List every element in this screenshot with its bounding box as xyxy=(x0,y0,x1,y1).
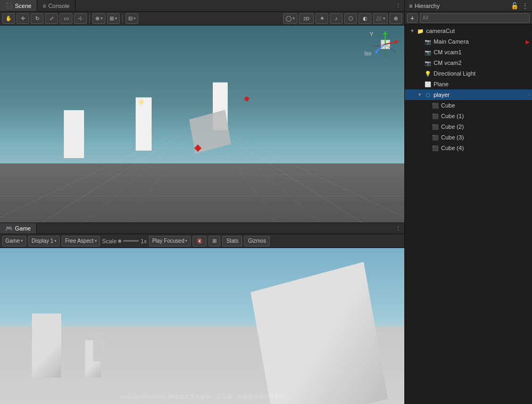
play-focused-label: Play Focused xyxy=(152,238,185,244)
hierarchy-icon: ≡ xyxy=(409,3,412,9)
more-btn[interactable]: ⊕ xyxy=(389,13,402,24)
hidden-btn[interactable]: ◐ xyxy=(359,13,371,24)
svg-line-2 xyxy=(202,121,404,222)
hierarchy-title: Hierarchy xyxy=(414,3,439,9)
hierarchy-label-cube1: Cube xyxy=(441,102,532,109)
game-main-cube xyxy=(251,262,388,404)
hierarchy-add-btn[interactable]: + xyxy=(407,13,418,23)
game-tab[interactable]: 🎮 Game xyxy=(0,223,37,234)
game-viewport[interactable]: www.toymoban.com 网络图片仅供展示，非存储，如有侵权请联系删除 xyxy=(0,248,404,404)
svg-line-1 xyxy=(0,121,202,222)
2d-button[interactable]: 2D xyxy=(299,13,314,24)
game-tab-menu[interactable]: ⋮ xyxy=(392,225,404,232)
scene-rect-left xyxy=(64,110,84,158)
sep1 xyxy=(89,14,90,23)
game-tab-bar: 🎮 Game ⋮ xyxy=(0,222,404,234)
scale-value: 1x xyxy=(140,238,147,244)
svg-line-4 xyxy=(202,121,404,217)
vcam2-icon: 📷 xyxy=(424,59,431,67)
hierarchy-item-plane[interactable]: ⬜ Plane xyxy=(405,79,532,89)
cube5-icon: ⬛ xyxy=(431,144,439,152)
camera-icon: 📷 xyxy=(424,38,431,45)
scale-tool[interactable]: ⤢ xyxy=(45,13,58,24)
shading-dropdown[interactable]: ◯ ▾ xyxy=(283,13,297,24)
folder-icon: 📁 xyxy=(417,27,424,35)
scene-toolbar: ✋ ✛ ↻ ⤢ ▭ ⊹ ⊕ ▾ ⊞ ▾ ⊟ ▾ ◯ ▾ xyxy=(0,12,404,26)
console-tab-label: Console xyxy=(48,3,70,9)
hierarchy-item-cube2[interactable]: ⬛ Cube (1) xyxy=(405,111,532,121)
stats-btn[interactable]: Stats xyxy=(222,236,242,246)
game-label-dropdown[interactable]: Game ▾ xyxy=(2,236,26,246)
audio-btn[interactable]: ♪ xyxy=(330,13,343,24)
pivot-dropdown[interactable]: ⊕ ▾ xyxy=(93,13,105,24)
rect-tool[interactable]: ▭ xyxy=(60,13,72,24)
hierarchy-label-mainCamera: Main Camera xyxy=(434,38,525,45)
hierarchy-item-directionalLight[interactable]: 💡 Directional Light xyxy=(405,68,532,79)
audio-mute-btn[interactable]: 🔇 xyxy=(193,236,206,246)
scene-tab-menu[interactable]: ⋮ xyxy=(392,2,404,9)
hierarchy-item-cube1[interactable]: ⬛ Cube xyxy=(405,100,532,111)
svg-marker-17 xyxy=(383,31,387,35)
hierarchy-search[interactable] xyxy=(420,13,530,23)
hierarchy-item-cube3[interactable]: ⬛ Cube (2) xyxy=(405,121,532,132)
hierarchy-item-cube5[interactable]: ⬛ Cube (4) xyxy=(405,143,532,153)
hierarchy-label-cube4: Cube (3) xyxy=(441,134,532,141)
scene-red-marker1: ◆ xyxy=(243,93,251,103)
hierarchy-item-mainCamera[interactable]: 📷 Main Camera ▶ xyxy=(405,36,532,47)
svg-line-7 xyxy=(106,121,202,222)
hierarchy-more-btn[interactable]: ⋮ xyxy=(520,1,530,11)
svg-marker-15 xyxy=(395,39,398,44)
transform-tool[interactable]: ⊹ xyxy=(74,13,87,24)
hierarchy-toolbar: + xyxy=(405,12,532,24)
lighting-btn[interactable]: ☀ xyxy=(315,13,328,24)
hierarchy-label-cube5: Cube (4) xyxy=(441,145,532,151)
hierarchy-label-cameraCut: cameraCut xyxy=(426,28,532,34)
scale-control[interactable]: Scale 1x xyxy=(102,238,147,244)
gizmos-btn[interactable]: Gizmos xyxy=(244,236,270,246)
stats-label: Stats xyxy=(226,238,238,244)
hierarchy-list: ▼ 📁 cameraCut 📷 Main Camera ▶ 📷 CM vcam1 xyxy=(405,24,532,404)
cube3-icon: ⬛ xyxy=(431,123,439,130)
display-label: Display 1 xyxy=(31,238,53,244)
console-tab[interactable]: ≡ Console xyxy=(37,0,76,11)
global-dropdown[interactable]: ⊞ ▾ xyxy=(107,13,120,24)
game-tab-label: Game xyxy=(15,225,31,232)
hand-tool[interactable]: ✋ xyxy=(2,13,15,24)
hierarchy-label-cube3: Cube (2) xyxy=(441,123,532,130)
player-icon: ⬡ xyxy=(424,91,431,98)
scene-tab-label: Scene xyxy=(15,3,31,9)
aspect-ratio-btn[interactable]: ⊞ xyxy=(209,236,220,246)
play-focused-dropdown[interactable]: Play Focused ▾ xyxy=(149,236,191,246)
hierarchy-item-cmVcam2[interactable]: 📷 CM vcam2 xyxy=(405,57,532,68)
scene-viewport[interactable]: Y ✳ ◆ ◆ xyxy=(0,26,404,222)
scene-tab[interactable]: ⬛ Scene xyxy=(0,0,37,11)
rotate-tool[interactable]: ↻ xyxy=(31,13,44,24)
custom-dropdown[interactable]: ⊟ ▾ xyxy=(126,13,138,24)
sep2 xyxy=(122,14,123,23)
hierarchy-item-cube4[interactable]: ⬛ Cube (3) xyxy=(405,132,532,143)
display-dropdown[interactable]: Display 1 ▾ xyxy=(28,236,60,246)
hierarchy-item-cameraCut[interactable]: ▼ 📁 cameraCut xyxy=(405,26,532,36)
hierarchy-item-cmVcam1[interactable]: 📷 CM vcam1 xyxy=(405,47,532,57)
scale-bar[interactable] xyxy=(123,240,139,242)
game-box-small xyxy=(93,332,104,361)
plane-icon: ⬜ xyxy=(424,80,431,88)
aspect-dropdown[interactable]: Free Aspect ▾ xyxy=(62,236,99,246)
hierarchy-item-player[interactable]: ▼ ⬡ player › xyxy=(405,89,532,100)
light-icon: 💡 xyxy=(424,70,431,77)
hierarchy-label-cmVcam2: CM vcam2 xyxy=(434,60,532,66)
move-tool[interactable]: ✛ xyxy=(16,13,29,24)
camera-dropdown[interactable]: 🎥 ▾ xyxy=(373,13,388,24)
scene-gizmo[interactable] xyxy=(371,30,400,59)
cube1-icon: ⬛ xyxy=(431,102,439,109)
scene-tab-bar: ⬛ Scene ≡ Console ⋮ xyxy=(0,0,404,12)
hierarchy-label-cube2: Cube (1) xyxy=(441,113,532,119)
game-icon: 🎮 xyxy=(5,225,13,232)
hierarchy-tab[interactable]: ≡ Hierarchy xyxy=(405,0,444,11)
effects-btn[interactable]: ⬡ xyxy=(344,13,357,24)
hierarchy-lock-btn[interactable]: 🔓 xyxy=(510,1,519,11)
main-camera-badge: ▶ xyxy=(526,39,532,45)
scene-red-marker2: ◆ xyxy=(194,142,202,153)
hierarchy-label-plane: Plane xyxy=(434,81,532,87)
aspect-label: Free Aspect xyxy=(65,238,93,244)
